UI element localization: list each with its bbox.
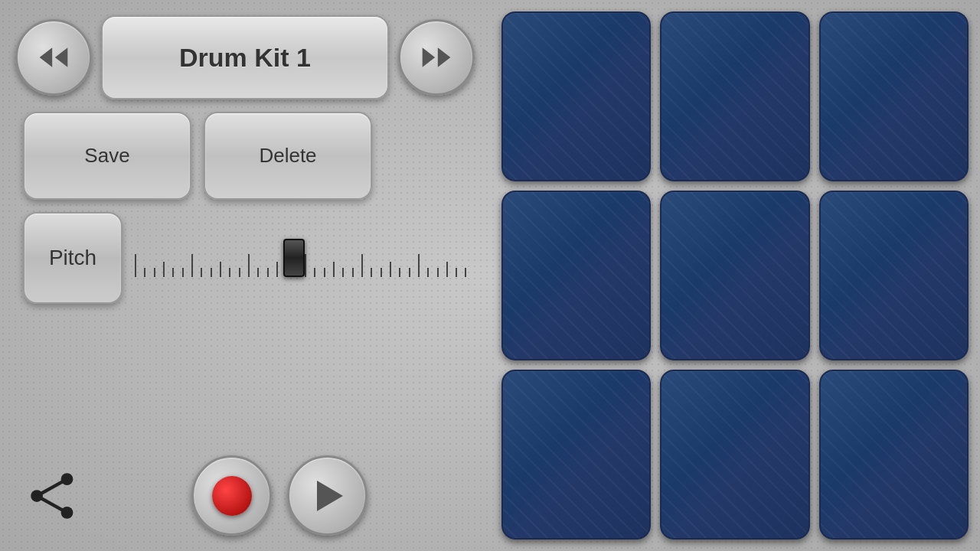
- pitch-tick: [446, 262, 448, 277]
- app-container: Drum Kit 1 Save Delete Pitch: [0, 0, 980, 551]
- rewind-icon: [37, 41, 70, 74]
- delete-button[interactable]: Delete: [204, 112, 372, 200]
- pitch-tick: [333, 262, 335, 277]
- share-icon: [27, 469, 80, 523]
- pitch-tick: [172, 268, 174, 277]
- drum-pad-1[interactable]: [501, 11, 651, 181]
- pitch-row: Pitch: [15, 212, 475, 304]
- pitch-slider-handle[interactable]: [283, 239, 305, 277]
- pitch-tick: [163, 262, 165, 277]
- pitch-tick: [352, 268, 354, 277]
- left-panel: Drum Kit 1 Save Delete Pitch: [0, 0, 490, 551]
- pitch-tick: [371, 268, 372, 277]
- pitch-tick: [342, 268, 344, 277]
- pitch-tick: [257, 268, 259, 277]
- drum-pad-9[interactable]: [819, 370, 969, 540]
- pitch-tick: [229, 268, 230, 277]
- play-icon: [317, 481, 343, 511]
- svg-marker-2: [423, 47, 436, 67]
- pitch-tick: [144, 268, 145, 277]
- pitch-tick: [437, 268, 439, 277]
- play-button[interactable]: [287, 455, 368, 536]
- pitch-button[interactable]: Pitch: [23, 212, 122, 304]
- pitch-tick: [409, 268, 410, 277]
- save-button[interactable]: Save: [23, 112, 191, 200]
- drum-kit-name: Drum Kit 1: [179, 43, 311, 73]
- pitch-tick: [361, 254, 363, 277]
- pitch-tick: [154, 268, 155, 277]
- drum-pad-8[interactable]: [660, 370, 809, 540]
- save-delete-row: Save Delete: [15, 112, 475, 200]
- bottom-row: [15, 455, 475, 536]
- pitch-tick: [276, 262, 278, 277]
- pitch-tick: [182, 268, 184, 277]
- pitch-slider-wrap: [135, 235, 467, 281]
- drum-pad-6[interactable]: [819, 191, 969, 360]
- pitch-tick: [191, 254, 193, 277]
- pitch-tick: [390, 262, 391, 277]
- drum-pad-7[interactable]: [501, 370, 651, 540]
- drum-pad-5[interactable]: [660, 191, 809, 360]
- svg-marker-1: [55, 47, 67, 67]
- share-button[interactable]: [23, 465, 84, 527]
- pitch-tick: [465, 268, 466, 277]
- record-button[interactable]: [191, 455, 272, 536]
- pitch-tick: [324, 268, 325, 277]
- drum-pad-4[interactable]: [501, 191, 651, 360]
- next-button[interactable]: [398, 19, 475, 96]
- drum-kit-selector[interactable]: Drum Kit 1: [101, 15, 389, 99]
- svg-marker-3: [438, 47, 451, 67]
- svg-marker-0: [40, 47, 52, 67]
- pitch-tick: [135, 254, 136, 277]
- pitch-tick: [211, 268, 212, 277]
- svg-line-8: [37, 496, 67, 513]
- pitch-tick: [427, 268, 429, 277]
- pitch-tick: [248, 254, 250, 277]
- pitch-tick: [220, 262, 221, 277]
- pitch-tick: [267, 268, 269, 277]
- pitch-tick: [239, 268, 240, 277]
- pitch-tick: [399, 268, 400, 277]
- drum-pad-grid: [490, 0, 980, 551]
- pitch-tick: [314, 268, 315, 277]
- prev-button[interactable]: [15, 19, 92, 96]
- pitch-tick: [381, 268, 382, 277]
- pitch-tick: [201, 268, 202, 277]
- top-row: Drum Kit 1: [15, 15, 475, 99]
- drum-pad-2[interactable]: [660, 11, 809, 181]
- pitch-tick: [418, 254, 420, 277]
- pitch-tick: [456, 268, 457, 277]
- fast-forward-icon: [420, 41, 453, 74]
- svg-line-7: [37, 479, 67, 496]
- record-icon: [212, 476, 252, 516]
- drum-pad-3[interactable]: [819, 11, 969, 181]
